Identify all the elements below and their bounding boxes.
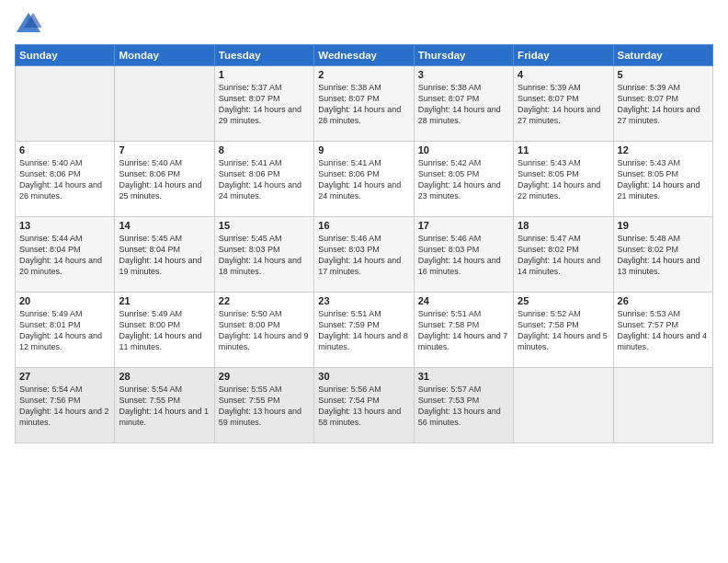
cell-info: Sunrise: 5:41 AM Sunset: 8:06 PM Dayligh…	[318, 157, 409, 202]
calendar-cell: 22Sunrise: 5:50 AM Sunset: 8:00 PM Dayli…	[214, 293, 313, 368]
day-number: 19	[618, 220, 709, 231]
calendar-cell: 19Sunrise: 5:48 AM Sunset: 8:02 PM Dayli…	[613, 217, 712, 293]
calendar-cell: 26Sunrise: 5:53 AM Sunset: 7:57 PM Dayli…	[613, 293, 712, 368]
weekday-header: Wednesday	[314, 45, 414, 66]
calendar-cell: 4Sunrise: 5:39 AM Sunset: 8:07 PM Daylig…	[514, 66, 613, 142]
day-number: 12	[618, 144, 709, 155]
calendar-cell: 2Sunrise: 5:38 AM Sunset: 8:07 PM Daylig…	[314, 66, 414, 142]
day-number: 14	[119, 220, 210, 231]
day-number: 8	[219, 144, 310, 155]
cell-info: Sunrise: 5:40 AM Sunset: 8:06 PM Dayligh…	[19, 157, 110, 202]
calendar-cell: 20Sunrise: 5:49 AM Sunset: 8:01 PM Dayli…	[16, 293, 115, 368]
calendar-cell: 25Sunrise: 5:52 AM Sunset: 7:58 PM Dayli…	[514, 293, 613, 368]
cell-info: Sunrise: 5:53 AM Sunset: 7:57 PM Dayligh…	[618, 308, 709, 353]
cell-info: Sunrise: 5:50 AM Sunset: 8:00 PM Dayligh…	[219, 308, 310, 353]
calendar-cell: 21Sunrise: 5:49 AM Sunset: 8:00 PM Dayli…	[115, 293, 214, 368]
day-number: 1	[219, 69, 310, 80]
cell-info: Sunrise: 5:57 AM Sunset: 7:53 PM Dayligh…	[418, 384, 509, 429]
cell-info: Sunrise: 5:41 AM Sunset: 8:06 PM Dayligh…	[219, 157, 310, 202]
cell-info: Sunrise: 5:49 AM Sunset: 8:00 PM Dayligh…	[119, 308, 210, 353]
day-number: 20	[19, 295, 110, 306]
day-number: 27	[19, 371, 110, 382]
cell-info: Sunrise: 5:51 AM Sunset: 7:59 PM Dayligh…	[318, 308, 409, 353]
weekday-header: Thursday	[414, 45, 513, 66]
weekday-header: Friday	[514, 45, 613, 66]
day-number: 4	[518, 69, 609, 80]
calendar-cell	[514, 368, 613, 443]
page-header	[15, 11, 713, 37]
weekday-header: Monday	[115, 45, 214, 66]
calendar-cell: 3Sunrise: 5:38 AM Sunset: 8:07 PM Daylig…	[414, 66, 513, 142]
cell-info: Sunrise: 5:46 AM Sunset: 8:03 PM Dayligh…	[418, 233, 509, 278]
day-number: 23	[318, 295, 409, 306]
calendar-cell: 9Sunrise: 5:41 AM Sunset: 8:06 PM Daylig…	[314, 142, 414, 217]
calendar-cell: 6Sunrise: 5:40 AM Sunset: 8:06 PM Daylig…	[16, 142, 115, 217]
calendar-cell: 18Sunrise: 5:47 AM Sunset: 8:02 PM Dayli…	[514, 217, 613, 293]
cell-info: Sunrise: 5:45 AM Sunset: 8:04 PM Dayligh…	[119, 233, 210, 278]
calendar-cell: 13Sunrise: 5:44 AM Sunset: 8:04 PM Dayli…	[16, 217, 115, 293]
weekday-header: Sunday	[16, 45, 115, 66]
calendar-cell: 17Sunrise: 5:46 AM Sunset: 8:03 PM Dayli…	[414, 217, 513, 293]
cell-info: Sunrise: 5:52 AM Sunset: 7:58 PM Dayligh…	[518, 308, 609, 353]
calendar-cell	[115, 66, 214, 142]
cell-info: Sunrise: 5:39 AM Sunset: 8:07 PM Dayligh…	[518, 82, 609, 127]
calendar-cell: 11Sunrise: 5:43 AM Sunset: 8:05 PM Dayli…	[514, 142, 613, 217]
cell-info: Sunrise: 5:38 AM Sunset: 8:07 PM Dayligh…	[318, 82, 409, 127]
calendar-cell: 5Sunrise: 5:39 AM Sunset: 8:07 PM Daylig…	[613, 66, 712, 142]
calendar-cell: 10Sunrise: 5:42 AM Sunset: 8:05 PM Dayli…	[414, 142, 513, 217]
day-number: 24	[418, 295, 509, 306]
cell-info: Sunrise: 5:44 AM Sunset: 8:04 PM Dayligh…	[19, 233, 110, 278]
day-number: 28	[119, 371, 210, 382]
cell-info: Sunrise: 5:46 AM Sunset: 8:03 PM Dayligh…	[318, 233, 409, 278]
calendar-cell: 23Sunrise: 5:51 AM Sunset: 7:59 PM Dayli…	[314, 293, 414, 368]
calendar-cell	[16, 66, 115, 142]
day-number: 16	[318, 220, 409, 231]
day-number: 21	[119, 295, 210, 306]
day-number: 9	[318, 144, 409, 155]
calendar-cell: 16Sunrise: 5:46 AM Sunset: 8:03 PM Dayli…	[314, 217, 414, 293]
calendar-cell: 24Sunrise: 5:51 AM Sunset: 7:58 PM Dayli…	[414, 293, 513, 368]
day-number: 10	[418, 144, 509, 155]
cell-info: Sunrise: 5:55 AM Sunset: 7:55 PM Dayligh…	[219, 384, 310, 429]
day-number: 15	[219, 220, 310, 231]
calendar-cell: 8Sunrise: 5:41 AM Sunset: 8:06 PM Daylig…	[214, 142, 313, 217]
calendar-table: SundayMondayTuesdayWednesdayThursdayFrid…	[15, 44, 713, 443]
cell-info: Sunrise: 5:56 AM Sunset: 7:54 PM Dayligh…	[318, 384, 409, 429]
cell-info: Sunrise: 5:51 AM Sunset: 7:58 PM Dayligh…	[418, 308, 509, 353]
cell-info: Sunrise: 5:48 AM Sunset: 8:02 PM Dayligh…	[618, 233, 709, 278]
day-number: 31	[418, 371, 509, 382]
day-number: 5	[618, 69, 709, 80]
cell-info: Sunrise: 5:42 AM Sunset: 8:05 PM Dayligh…	[418, 157, 509, 202]
day-number: 25	[518, 295, 609, 306]
calendar-cell: 7Sunrise: 5:40 AM Sunset: 8:06 PM Daylig…	[115, 142, 214, 217]
calendar-cell: 31Sunrise: 5:57 AM Sunset: 7:53 PM Dayli…	[414, 368, 513, 443]
calendar-cell: 14Sunrise: 5:45 AM Sunset: 8:04 PM Dayli…	[115, 217, 214, 293]
weekday-header: Tuesday	[214, 45, 313, 66]
cell-info: Sunrise: 5:38 AM Sunset: 8:07 PM Dayligh…	[418, 82, 509, 127]
day-number: 3	[418, 69, 509, 80]
calendar-cell	[613, 368, 712, 443]
cell-info: Sunrise: 5:54 AM Sunset: 7:56 PM Dayligh…	[19, 384, 110, 429]
day-number: 6	[19, 144, 110, 155]
calendar-cell: 27Sunrise: 5:54 AM Sunset: 7:56 PM Dayli…	[16, 368, 115, 443]
day-number: 29	[219, 371, 310, 382]
calendar-cell: 1Sunrise: 5:37 AM Sunset: 8:07 PM Daylig…	[214, 66, 313, 142]
day-number: 7	[119, 144, 210, 155]
day-number: 18	[518, 220, 609, 231]
logo-icon	[15, 11, 42, 37]
day-number: 30	[318, 371, 409, 382]
cell-info: Sunrise: 5:43 AM Sunset: 8:05 PM Dayligh…	[618, 157, 709, 202]
day-number: 13	[19, 220, 110, 231]
logo	[15, 11, 46, 37]
cell-info: Sunrise: 5:54 AM Sunset: 7:55 PM Dayligh…	[119, 384, 210, 429]
calendar-cell: 12Sunrise: 5:43 AM Sunset: 8:05 PM Dayli…	[613, 142, 712, 217]
day-number: 26	[618, 295, 709, 306]
day-number: 2	[318, 69, 409, 80]
calendar-cell: 28Sunrise: 5:54 AM Sunset: 7:55 PM Dayli…	[115, 368, 214, 443]
weekday-header: Saturday	[613, 45, 712, 66]
cell-info: Sunrise: 5:40 AM Sunset: 8:06 PM Dayligh…	[119, 157, 210, 202]
calendar-cell: 15Sunrise: 5:45 AM Sunset: 8:03 PM Dayli…	[214, 217, 313, 293]
cell-info: Sunrise: 5:39 AM Sunset: 8:07 PM Dayligh…	[618, 82, 709, 127]
calendar-cell: 29Sunrise: 5:55 AM Sunset: 7:55 PM Dayli…	[214, 368, 313, 443]
cell-info: Sunrise: 5:37 AM Sunset: 8:07 PM Dayligh…	[219, 82, 310, 127]
